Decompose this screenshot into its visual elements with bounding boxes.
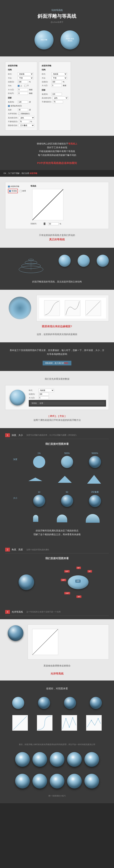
page-title: 斜面浮雕与等高线 xyxy=(5,13,109,20)
style-select[interactable]: 内斜面 xyxy=(18,72,33,76)
caption-1: 俩者结构上的区别最关键就在于等高线上 我对于工具本身表现 不敢说能够斜面浮雕中有… xyxy=(5,139,109,160)
bevel-panel-right: 斜面和浮雕 结构 样式:内斜面 方法:平滑 深度(D):% 大小(Z):像素 阴… xyxy=(39,62,71,130)
bevel-panel-left: 斜面和浮雕 结构 样式:内斜面 方法:平滑 深度(D):% 方向:上下 大小(Z… xyxy=(5,62,37,130)
footer-caption: 附一张靠谱的小练习 xyxy=(5,792,109,800)
size-compare: 大小 10 50 250像素 xyxy=(5,487,109,510)
indent-orb xyxy=(9,297,31,319)
row-badge-1: 1 xyxy=(5,433,10,437)
svg-point-11 xyxy=(91,720,92,721)
contour-3d-diagram xyxy=(15,254,47,275)
gloss-title: 光泽等高线 xyxy=(5,670,109,677)
page-subtitle: 玩转等高线 xyxy=(5,9,109,12)
intro-orb-right: 内发光 投影 外发光 xyxy=(61,30,79,50)
svg-line-0 xyxy=(32,189,63,220)
row-badge-2: 2 xyxy=(5,548,10,552)
ready-button[interactable]: 准备就绪，进入我们的跑跑~ xyxy=(43,361,71,365)
size-input[interactable] xyxy=(18,88,28,91)
gloss-curve[interactable] xyxy=(32,629,58,655)
svg-line-6 xyxy=(32,629,58,655)
contour-curve[interactable] xyxy=(32,189,64,220)
depth-compare: 深度 1% 500% 5000% xyxy=(5,448,109,471)
final-orbs xyxy=(5,749,109,770)
row-badge-3: 3 xyxy=(5,610,10,614)
svg-point-9 xyxy=(69,726,70,727)
svg-point-10 xyxy=(72,717,73,718)
angle-diagram: 90° 120° 180° 30° -120° -90° 高度 xyxy=(61,567,96,598)
contour-checkbox[interactable]: 等高线 xyxy=(12,190,17,192)
svg-point-8 xyxy=(66,718,67,719)
svg-point-12 xyxy=(98,718,99,719)
intro-orb-left: 斜面 浮雕 xyxy=(35,30,53,50)
method-select[interactable]: 平滑 xyxy=(18,76,33,80)
ok-banner: OK，为了便于理解，我们先看 斜面浮雕 xyxy=(0,170,114,177)
soften-input[interactable] xyxy=(18,92,28,95)
author: @czhan临摹手 xyxy=(5,21,109,24)
svg-line-7 xyxy=(13,716,27,730)
question-1: 图层表现出来的边缘截面? xyxy=(5,323,109,330)
big-statement-1: PS中所有的等高线都必须单独看到 xyxy=(5,160,109,166)
depth-input[interactable] xyxy=(18,81,28,83)
